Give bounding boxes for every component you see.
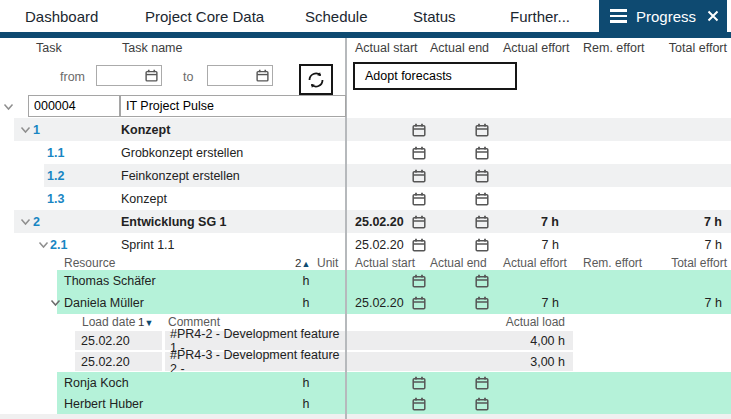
calendar-icon[interactable]	[145, 69, 161, 82]
calendar-icon[interactable]	[412, 215, 426, 229]
col-header-load-date[interactable]: Load date	[82, 315, 135, 329]
resource-row: Daniela Müller h 25.02.20 7 h 7 h	[0, 292, 731, 314]
load-comment[interactable]: #PR4-3 - Development feature 2 -	[165, 352, 345, 371]
resource-unit: h	[296, 376, 316, 390]
calendar-icon[interactable]	[475, 146, 489, 160]
task-row: 2.1 Sprint 1.1 25.02.20 7 h 7 h	[0, 233, 731, 256]
load-row: 25.02.20 #PR4-3 - Development feature 2 …	[0, 351, 731, 372]
to-datebox	[207, 65, 273, 86]
calendar-icon[interactable]	[412, 397, 426, 411]
col-header-rem-effort[interactable]: Rem. effort	[575, 256, 647, 270]
project-id-input[interactable]	[28, 95, 120, 117]
calendar-icon[interactable]	[256, 69, 272, 82]
grid-header-row: Task Task name Actual start Actual end A…	[0, 38, 731, 58]
task-name: Sprint 1.1	[121, 238, 175, 252]
calendar-icon[interactable]	[475, 296, 489, 310]
resource-name: Thomas Schäfer	[64, 274, 156, 288]
calendar-icon[interactable]	[412, 274, 426, 288]
adopt-forecasts-button[interactable]: Adopt forecasts	[353, 62, 517, 90]
load-value[interactable]: 3,00 h	[347, 352, 573, 371]
total-effort-value: 7 h	[647, 296, 731, 310]
col-header-actual-effort[interactable]: Actual effort	[493, 256, 575, 270]
calendar-icon[interactable]	[475, 238, 489, 252]
tab-status[interactable]: Status	[413, 0, 456, 32]
col-header-rem-effort[interactable]: Rem. effort	[575, 41, 647, 55]
task-name: Feinkonzept erstellen	[121, 169, 240, 183]
calendar-icon[interactable]	[475, 123, 489, 137]
tab-bar: Dashboard Project Core Data Schedule Sta…	[0, 0, 731, 32]
col-header-actual-effort[interactable]: Actual effort	[493, 41, 575, 55]
project-name-input[interactable]	[120, 95, 346, 117]
calendar-icon[interactable]	[412, 296, 426, 310]
from-label: from	[60, 70, 85, 84]
calendar-icon[interactable]	[412, 192, 426, 206]
sort-indicator[interactable]: 1▼	[138, 315, 153, 329]
resource-unit: h	[296, 397, 316, 411]
calendar-icon[interactable]	[412, 123, 426, 137]
total-effort-value: 7 h	[647, 238, 731, 252]
total-effort-value: 7 h	[647, 215, 731, 229]
task-row: 1.1 Grobkonzept erstellen	[0, 141, 731, 164]
menu-icon[interactable]	[610, 9, 627, 22]
calendar-icon[interactable]	[412, 146, 426, 160]
col-header-resource[interactable]: Resource	[64, 256, 115, 270]
calendar-icon[interactable]	[475, 215, 489, 229]
actual-effort-value: 7 h	[493, 296, 575, 310]
tab-progress-label: Progress	[636, 8, 696, 25]
tab-dashboard[interactable]: Dashboard	[25, 0, 98, 32]
chevron-down-icon[interactable]	[50, 300, 61, 307]
resource-name: Herbert Huber	[64, 397, 143, 411]
tab-schedule[interactable]: Schedule	[305, 0, 368, 32]
actual-effort-value: 7 h	[493, 238, 575, 252]
refresh-button[interactable]	[299, 64, 333, 95]
from-date-input[interactable]	[97, 66, 145, 85]
actual-start-value: 25.02.20	[347, 215, 412, 229]
calendar-icon[interactable]	[475, 192, 489, 206]
col-header-actual-end[interactable]: Actual end	[429, 256, 493, 270]
calendar-icon[interactable]	[475, 274, 489, 288]
load-date[interactable]: 25.02.20	[75, 352, 162, 371]
col-header-total-effort[interactable]: Total effort	[647, 256, 731, 270]
col-header-actual-start[interactable]: Actual start	[347, 256, 429, 270]
project-row	[0, 95, 731, 118]
task-name: Grobkonzept erstellen	[121, 146, 243, 160]
resource-row: Ronja Koch h	[0, 372, 731, 393]
col-header-task-name[interactable]: Task name	[122, 41, 182, 55]
chevron-down-icon[interactable]	[20, 126, 31, 133]
col-header-total-effort[interactable]: Total effort	[647, 41, 731, 55]
tab-project-core-data[interactable]: Project Core Data	[145, 0, 264, 32]
task-row: 1.2 Feinkonzept erstellen	[0, 164, 731, 187]
to-label: to	[183, 70, 193, 84]
to-date-input[interactable]	[208, 66, 256, 85]
calendar-icon[interactable]	[412, 238, 426, 252]
col-header-actual-load[interactable]: Actual load	[347, 313, 573, 332]
chevron-down-icon[interactable]	[38, 241, 49, 248]
sort-indicator[interactable]: 2▲	[295, 256, 310, 270]
resource-unit: h	[296, 274, 316, 288]
calendar-icon[interactable]	[475, 169, 489, 183]
bottom-strip	[0, 414, 731, 419]
col-header-task[interactable]: Task	[36, 41, 62, 55]
chevron-down-icon[interactable]	[3, 103, 14, 110]
task-row: 2 Entwicklung SG 1 25.02.20 7 h 7 h	[0, 210, 731, 233]
progress-window: Dashboard Project Core Data Schedule Sta…	[0, 0, 731, 419]
close-icon[interactable]	[707, 10, 719, 22]
actual-start-value: 25.02.20	[347, 296, 412, 310]
calendar-icon[interactable]	[412, 376, 426, 390]
tab-progress-active[interactable]: Progress	[599, 0, 727, 32]
load-date[interactable]: 25.02.20	[75, 331, 162, 350]
tab-further[interactable]: Further...	[510, 0, 570, 32]
refresh-icon	[306, 70, 326, 90]
col-header-unit[interactable]: Unit	[317, 256, 338, 270]
col-header-actual-start[interactable]: Actual start	[347, 41, 429, 55]
task-number: 2	[33, 215, 40, 229]
sort-asc-icon: ▲	[301, 259, 310, 269]
calendar-icon[interactable]	[412, 169, 426, 183]
task-name: Entwicklung SG 1	[121, 215, 227, 229]
col-header-actual-end[interactable]: Actual end	[429, 41, 493, 55]
calendar-icon[interactable]	[475, 397, 489, 411]
load-value[interactable]: 4,00 h	[347, 331, 573, 350]
resource-name: Ronja Koch	[64, 376, 129, 390]
chevron-down-icon[interactable]	[20, 218, 31, 225]
calendar-icon[interactable]	[475, 376, 489, 390]
